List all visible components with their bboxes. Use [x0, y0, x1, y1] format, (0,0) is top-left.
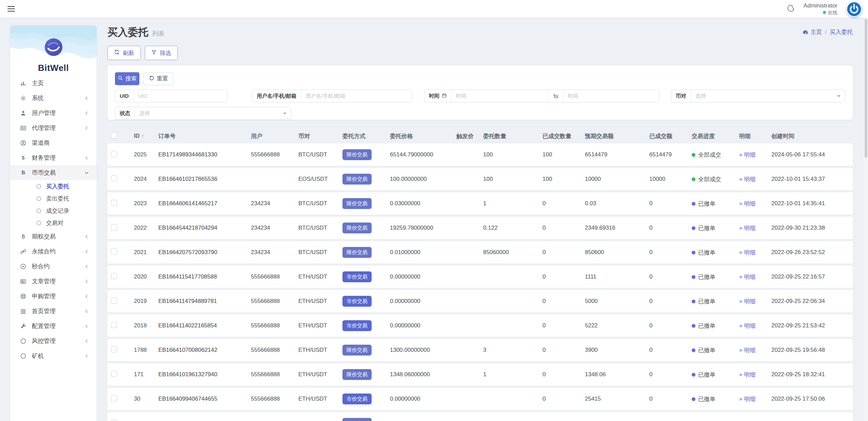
page-scrollbar[interactable] — [864, 18, 868, 421]
cell-progress: 已撤单 — [692, 322, 739, 330]
hamburger-menu-icon[interactable] — [7, 6, 16, 12]
cell-filled-qty: 0 — [542, 347, 585, 353]
search-button[interactable]: 搜索 — [115, 72, 139, 85]
row-checkbox[interactable] — [111, 249, 117, 255]
detail-link[interactable]: » 明细 — [739, 395, 769, 403]
sidebar-item[interactable]: 渠道商 — [10, 135, 97, 150]
sidebar-item[interactable]: 矿机 — [10, 348, 97, 363]
cell-id: 2023 — [134, 200, 158, 207]
sidebar-item-icon — [19, 248, 27, 255]
refresh-button[interactable]: 刷新 — [107, 46, 141, 60]
double-chevron-icon: » — [739, 225, 742, 231]
detail-link[interactable]: » 明细 — [739, 298, 769, 305]
sidebar-subitem[interactable]: 交易对 — [10, 217, 97, 229]
cell-filled-qty: 0 — [542, 396, 585, 402]
detail-link[interactable]: » 明细 — [739, 273, 769, 281]
row-checkbox[interactable] — [111, 420, 117, 421]
chevron-icon — [84, 279, 89, 284]
detail-link[interactable]: » 明细 — [739, 346, 769, 354]
sidebar-item[interactable]: 文章管理 — [10, 274, 97, 289]
sidebar-item[interactable]: 申购管理 — [10, 289, 97, 304]
cell-id: 1788 — [134, 347, 158, 353]
select-all-checkbox[interactable] — [111, 132, 117, 138]
time-to-input[interactable] — [564, 90, 660, 102]
detail-link[interactable]: » 明细 — [739, 175, 769, 183]
chevron-icon — [84, 353, 89, 359]
order-type-badge: 市价交易 — [342, 394, 372, 404]
row-checkbox[interactable] — [111, 175, 117, 181]
row-checkbox[interactable] — [111, 298, 117, 304]
cell-order-no: EB1664606141465217 — [158, 200, 251, 207]
order-type-badge: 限价交易 — [342, 369, 372, 380]
row-checkbox[interactable] — [111, 224, 117, 230]
sidebar-item-icon — [19, 323, 27, 329]
cell-expected-value: 6514479 — [585, 151, 649, 158]
cell-id: 171 — [134, 371, 158, 378]
detail-link[interactable]: » 明细 — [739, 322, 769, 330]
sidebar-item[interactable]: 代理管理 — [10, 120, 97, 135]
sidebar-item-label: 系统 — [32, 94, 84, 102]
detail-link[interactable]: » 明细 — [739, 200, 769, 208]
scrollbar-thumb[interactable] — [865, 19, 867, 158]
order-type-badge: 限价交易 — [342, 247, 372, 258]
sidebar-item-icon — [19, 263, 27, 270]
dark-mode-toggle[interactable] — [787, 5, 795, 13]
avatar[interactable] — [846, 1, 862, 17]
row-checkbox[interactable] — [111, 395, 117, 401]
sidebar-item[interactable]: B 币币交易 — [10, 165, 97, 180]
row-checkbox[interactable] — [111, 371, 117, 377]
row-checkbox[interactable] — [111, 151, 117, 157]
time-from-input[interactable] — [452, 90, 548, 102]
sidebar-subitem[interactable]: 买入委托 — [10, 180, 97, 192]
detail-link[interactable]: » 明细 — [739, 371, 769, 379]
cell-progress: 已撤单 — [692, 371, 739, 379]
sidebar-item[interactable]: 永续合约 — [10, 244, 97, 259]
sidebar-item[interactable]: 配置管理 — [10, 319, 97, 333]
header-detail: 明细 — [739, 132, 771, 140]
row-checkbox[interactable] — [111, 322, 117, 328]
breadcrumb-home[interactable]: 主页 — [803, 28, 822, 36]
cell-user: 234234 — [251, 249, 298, 256]
detail-link[interactable]: » 明细 — [739, 151, 769, 159]
cell-user: 555666888 — [251, 371, 298, 378]
user-input[interactable] — [301, 90, 412, 102]
pair-select[interactable]: 选择 — [691, 90, 845, 102]
sidebar-item[interactable]: 用户管理 — [10, 106, 97, 120]
detail-link[interactable]: » 明细 — [739, 249, 769, 256]
header-amount: 委托数量 — [483, 132, 542, 140]
double-chevron-icon: » — [739, 322, 742, 329]
filter-button[interactable]: 筛选 — [145, 46, 178, 60]
sidebar-item[interactable]: 主页 — [10, 76, 97, 91]
cell-price: 0.01000000 — [390, 249, 448, 256]
sidebar-subitem[interactable]: 成交记录 — [10, 205, 97, 217]
user-menu[interactable]: Administrator 在线 — [804, 2, 837, 15]
row-checkbox[interactable] — [111, 346, 117, 352]
sidebar-item-label: 永续合约 — [32, 247, 84, 255]
header-id[interactable]: ID↑ — [134, 133, 158, 139]
detail-link[interactable]: » 明细 — [739, 224, 769, 232]
cell-order-no: EB1664207572093790 — [158, 249, 251, 256]
row-checkbox[interactable] — [111, 200, 117, 206]
cell-id: 2020 — [134, 273, 158, 280]
sidebar-item[interactable]: 风控管理 — [10, 333, 97, 348]
uid-input[interactable] — [134, 90, 227, 102]
reset-icon — [149, 75, 154, 82]
cell-price: 19259.78000000 — [390, 225, 448, 231]
cell-expected-value: 5000 — [585, 298, 649, 305]
cell-pair: ETH/USDT — [298, 396, 342, 402]
cell-progress: 已撤单 — [692, 200, 739, 208]
sidebar-item[interactable]: 系统 — [10, 91, 97, 106]
double-chevron-icon: » — [739, 249, 742, 256]
cell-amount: 3 — [483, 347, 542, 353]
status-label: 已撤单 — [698, 200, 715, 208]
sidebar-item[interactable]: $ 财务管理 — [10, 150, 97, 165]
sidebar-item[interactable]: B 期权交易 — [10, 229, 97, 244]
breadcrumb-current[interactable]: 买入委托 — [830, 28, 853, 36]
status-select[interactable]: 选择 — [135, 107, 291, 119]
row-checkbox[interactable] — [111, 273, 117, 279]
chevron-icon — [84, 264, 89, 269]
sidebar-item[interactable]: 首页管理 — [10, 304, 97, 319]
reset-button[interactable]: 重置 — [143, 72, 173, 85]
sidebar-subitem[interactable]: 卖出委托 — [10, 192, 97, 205]
sidebar-item[interactable]: 秒合约 — [10, 259, 97, 274]
